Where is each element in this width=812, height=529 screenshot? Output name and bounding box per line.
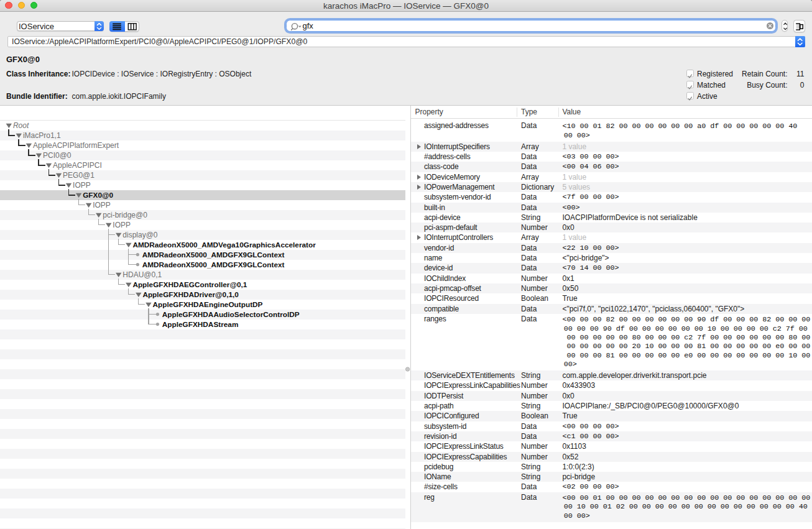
svg-text:IOPP: IOPP — [93, 201, 111, 209]
svg-text:IOPP: IOPP — [113, 221, 131, 229]
svg-text:iMacPro1,1: iMacPro1,1 — [23, 131, 61, 140]
svg-text:PCI0@0: PCI0@0 — [43, 151, 72, 160]
svg-text:AppleGFXHDAStream: AppleGFXHDAStream — [162, 320, 239, 329]
svg-text:AppleGFXHDAAudioSelectorContro: AppleGFXHDAAudioSelectorControlDP — [162, 310, 300, 319]
svg-text:PEG0@1: PEG0@1 — [63, 171, 95, 180]
svg-text:GFX0@0: GFX0@0 — [83, 191, 113, 200]
svg-text:Root: Root — [13, 121, 29, 130]
svg-text:pci-bridge@0: pci-bridge@0 — [103, 211, 147, 219]
svg-text:IOPP: IOPP — [73, 181, 91, 190]
svg-text:AppleGFXHDADriver@0,1,0: AppleGFXHDADriver@0,1,0 — [142, 290, 239, 299]
svg-text:AMDRadeonX5000_AMDVega10Graphi: AMDRadeonX5000_AMDVega10GraphicsAccelera… — [132, 241, 316, 249]
svg-text:HDAU@0,1: HDAU@0,1 — [122, 270, 162, 279]
svg-text:AppleGFXHDAEngineOutputDP: AppleGFXHDAEngineOutputDP — [153, 300, 263, 309]
svg-text:AppleGFXHDAEGController@0,1: AppleGFXHDAEGController@0,1 — [132, 280, 247, 289]
svg-text:AMDRadeonX5000_AMDGFX9GLContex: AMDRadeonX5000_AMDGFX9GLContext — [142, 251, 285, 259]
svg-text:AppleACPIPCI: AppleACPIPCI — [53, 161, 102, 170]
svg-text:AppleACPIPlatformExpert: AppleACPIPlatformExpert — [33, 141, 119, 150]
svg-text:display@0: display@0 — [122, 231, 158, 239]
svg-text:AMDRadeonX5000_AMDGFX9GLContex: AMDRadeonX5000_AMDGFX9GLContext — [142, 260, 285, 269]
